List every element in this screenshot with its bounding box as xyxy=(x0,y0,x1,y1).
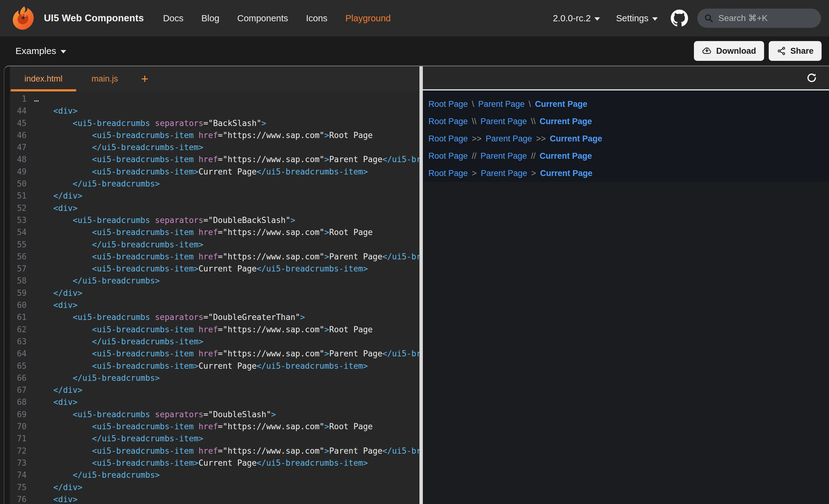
code-line[interactable]: 44 <div> xyxy=(10,105,420,117)
code-line[interactable]: 55 </ui5-breadcrumbs-item> xyxy=(10,239,420,251)
code-line[interactable]: 75 </div> xyxy=(10,481,420,494)
code-line[interactable]: 56 <ui5-breadcrumbs-item href="https://w… xyxy=(10,251,420,263)
line-content: </div> xyxy=(27,190,82,202)
nav-link-icons[interactable]: Icons xyxy=(306,13,327,24)
line-content: <ui5-breadcrumbs-item href="https://www.… xyxy=(27,421,373,433)
line-number: 67 xyxy=(10,384,27,396)
code-line[interactable]: 60 <div> xyxy=(10,299,420,311)
add-file-button[interactable]: + xyxy=(133,66,157,91)
breadcrumb-link[interactable]: Parent Page xyxy=(485,134,532,144)
line-content: </ui5-breadcrumbs-item> xyxy=(27,336,204,348)
code-line[interactable]: 70 <ui5-breadcrumbs-item href="https://w… xyxy=(10,421,420,433)
code-editor-pane: index.htmlmain.js+ 1…44 <div>45 <ui5-bre… xyxy=(10,66,420,504)
nav-link-components[interactable]: Components xyxy=(238,13,288,24)
editor-tab-index.html[interactable]: index.html xyxy=(10,66,77,91)
code-line[interactable]: 45 <ui5-breadcrumbs separators="BackSlas… xyxy=(10,117,420,129)
share-button[interactable]: Share xyxy=(769,41,822,61)
line-number: 48 xyxy=(10,153,27,165)
code-line[interactable]: 66 </ui5-breadcrumbs> xyxy=(10,372,420,384)
code-line[interactable]: 67 </div> xyxy=(10,384,420,396)
line-number: 49 xyxy=(10,166,27,178)
nav-link-playground[interactable]: Playground xyxy=(345,13,391,24)
code-line[interactable]: 62 <ui5-breadcrumbs-item href="https://w… xyxy=(10,324,420,336)
code-line[interactable]: 46 <ui5-breadcrumbs-item href="https://w… xyxy=(10,129,420,142)
line-number: 75 xyxy=(10,481,27,494)
breadcrumb-link[interactable]: Parent Page xyxy=(481,117,527,126)
nav-link-blog[interactable]: Blog xyxy=(201,13,219,24)
line-content: <div> xyxy=(27,299,78,311)
code-line[interactable]: 53 <ui5-breadcrumbs separators="DoubleBa… xyxy=(10,214,420,226)
code-line[interactable]: 49 <ui5-breadcrumbs-item>Current Page</u… xyxy=(10,166,420,178)
code-line[interactable]: 58 </ui5-breadcrumbs> xyxy=(10,275,420,287)
breadcrumb-link[interactable]: Root Page xyxy=(428,100,468,109)
line-content: </div> xyxy=(27,481,82,494)
code-line[interactable]: 72 <ui5-breadcrumbs-item href="https://w… xyxy=(10,445,420,457)
code-line[interactable]: 54 <ui5-breadcrumbs-item href="https://w… xyxy=(10,226,420,238)
phoenix-flame-icon[interactable] xyxy=(11,6,36,31)
refresh-icon xyxy=(806,72,818,84)
code-editor[interactable]: 1…44 <div>45 <ui5-breadcrumbs separators… xyxy=(10,91,420,504)
code-line[interactable]: 52 <div> xyxy=(10,202,420,214)
version-dropdown[interactable]: 2.0.0-rc.2 xyxy=(553,13,600,24)
examples-dropdown[interactable]: Examples xyxy=(15,46,66,56)
breadcrumb-link[interactable]: Root Page xyxy=(428,117,468,126)
search-input[interactable] xyxy=(718,13,811,23)
line-content: <div> xyxy=(27,202,78,214)
code-line[interactable]: 51 </div> xyxy=(10,190,420,202)
line-number: 64 xyxy=(10,348,27,360)
line-content: </ui5-breadcrumbs> xyxy=(27,469,160,481)
code-line[interactable]: 48 <ui5-breadcrumbs-item href="https://w… xyxy=(10,153,420,165)
line-number: 51 xyxy=(10,190,27,202)
code-line[interactable]: 74 </ui5-breadcrumbs> xyxy=(10,469,420,481)
breadcrumb-row: Root Page//Parent Page//Current Page xyxy=(428,147,829,165)
line-number: 73 xyxy=(10,457,27,469)
code-line[interactable]: 1… xyxy=(10,93,420,105)
line-number: 56 xyxy=(10,251,27,263)
breadcrumb-link[interactable]: Parent Page xyxy=(478,100,525,109)
line-number: 45 xyxy=(10,117,27,129)
download-label: Download xyxy=(716,46,756,56)
breadcrumb-separator: > xyxy=(472,169,477,178)
search-box[interactable] xyxy=(697,9,821,28)
code-line[interactable]: 57 <ui5-breadcrumbs-item>Current Page</u… xyxy=(10,263,420,275)
breadcrumb-link[interactable]: Parent Page xyxy=(481,151,527,161)
code-line[interactable]: 65 <ui5-breadcrumbs-item>Current Page</u… xyxy=(10,360,420,372)
code-line[interactable]: 73 <ui5-breadcrumbs-item>Current Page</u… xyxy=(10,457,420,469)
code-line[interactable]: 50 </ui5-breadcrumbs> xyxy=(10,178,420,190)
code-line[interactable]: 68 <div> xyxy=(10,396,420,408)
pane-splitter-handle[interactable] xyxy=(420,66,423,504)
breadcrumb-link[interactable]: Parent Page xyxy=(481,169,527,178)
line-content: </ui5-breadcrumbs> xyxy=(27,178,160,190)
code-line[interactable]: 47 </ui5-breadcrumbs-item> xyxy=(10,142,420,153)
refresh-button[interactable] xyxy=(805,71,819,85)
download-button[interactable]: Download xyxy=(694,41,764,61)
line-number: 65 xyxy=(10,360,27,372)
line-number: 69 xyxy=(10,409,27,421)
chevron-down-icon xyxy=(61,50,66,53)
code-line[interactable]: 61 <ui5-breadcrumbs separators="DoubleGr… xyxy=(10,311,420,323)
code-line[interactable]: 63 </ui5-breadcrumbs-item> xyxy=(10,336,420,348)
breadcrumb-link[interactable]: Root Page xyxy=(428,151,468,161)
breadcrumb-separator: >> xyxy=(536,134,546,144)
code-line[interactable]: 76 <div> xyxy=(10,494,420,504)
version-label: 2.0.0-rc.2 xyxy=(553,13,591,24)
breadcrumb-row: Root Page\Parent Page\Current Page xyxy=(428,95,829,113)
code-line[interactable]: 69 <ui5-breadcrumbs separators="DoubleSl… xyxy=(10,409,420,421)
code-line[interactable]: 71 </ui5-breadcrumbs-item> xyxy=(10,433,420,445)
nav-link-docs[interactable]: Docs xyxy=(163,13,183,24)
editor-tab-main.js[interactable]: main.js xyxy=(77,66,133,91)
github-icon[interactable] xyxy=(671,9,688,27)
line-number: 50 xyxy=(10,178,27,190)
line-number: 70 xyxy=(10,421,27,433)
line-content: <ui5-breadcrumbs-item>Current Page</ui5-… xyxy=(27,457,368,469)
breadcrumb-link[interactable]: Root Page xyxy=(428,169,468,178)
line-number: 59 xyxy=(10,287,27,299)
line-content: </div> xyxy=(27,384,82,396)
breadcrumb-link[interactable]: Root Page xyxy=(428,134,468,144)
code-line[interactable]: 64 <ui5-breadcrumbs-item href="https://w… xyxy=(10,348,420,360)
line-content: </ui5-breadcrumbs> xyxy=(27,275,160,287)
share-label: Share xyxy=(790,46,814,56)
code-line[interactable]: 59 </div> xyxy=(10,287,420,299)
settings-dropdown[interactable]: Settings xyxy=(616,13,658,24)
breadcrumb-separator: // xyxy=(472,151,477,161)
